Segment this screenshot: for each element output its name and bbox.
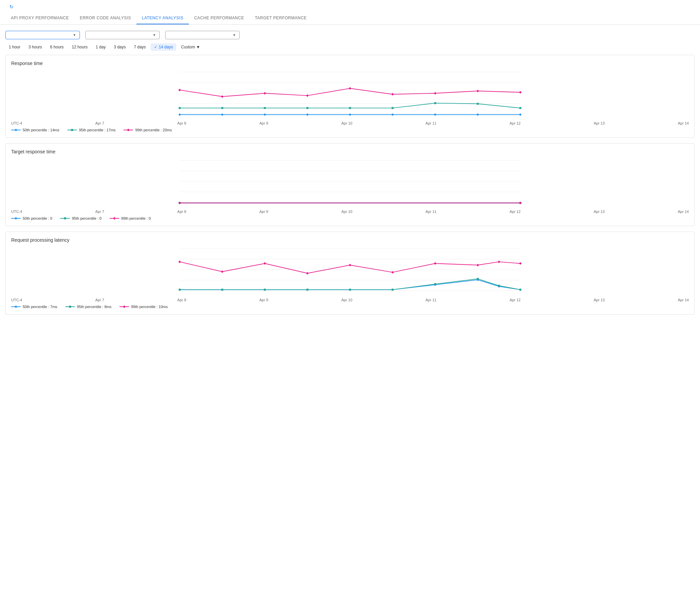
legend-label: 50th percentile : 7ms — [23, 305, 57, 309]
pink-legend-icon — [119, 305, 129, 309]
svg-point-8 — [306, 114, 308, 116]
legend-request-processing-latency: 50th percentile : 7ms95th percentile : 8… — [11, 302, 689, 309]
svg-rect-70 — [179, 289, 181, 291]
svg-rect-21 — [477, 103, 479, 105]
x-label: Apr 7 — [95, 210, 104, 214]
x-label: UTC-4 — [11, 121, 22, 125]
svg-marker-54 — [113, 217, 116, 220]
time-btn-14-days[interactable]: ✓ 14 days — [151, 43, 176, 51]
x-label: Apr 8 — [177, 210, 186, 214]
svg-marker-82 — [264, 262, 266, 265]
legend-item: 99th percentile : 10ms — [119, 305, 168, 309]
chart-svg-request-processing-latency — [11, 245, 689, 296]
svg-marker-86 — [434, 262, 437, 265]
custom-time-button[interactable]: Custom ▼ — [178, 43, 204, 51]
x-label: Apr 11 — [425, 121, 436, 125]
svg-marker-88 — [497, 261, 500, 263]
svg-point-6 — [221, 114, 223, 116]
blue-legend-icon — [11, 128, 21, 132]
svg-marker-26 — [306, 94, 309, 97]
chart-svg-response-time — [11, 69, 689, 119]
x-label: Apr 11 — [425, 210, 436, 214]
svg-rect-22 — [519, 107, 521, 109]
pink-legend-icon — [110, 216, 119, 221]
legend-response-time: 50th percentile : 14ms95th percentile : … — [11, 125, 689, 132]
tab-target[interactable]: TARGET PERFORMANCE — [249, 12, 312, 24]
time-btn-6-hours[interactable]: 6 hours — [47, 43, 67, 51]
x-label: Apr 8 — [177, 121, 186, 125]
svg-point-5 — [179, 114, 181, 116]
legend-item: 95th percentile : 8ms — [65, 305, 111, 309]
chart-svg-target-response-time — [11, 157, 689, 208]
svg-rect-16 — [264, 107, 266, 109]
tab-error-code[interactable]: ERROR CODE ANALYSIS — [74, 12, 136, 24]
x-label: Apr 12 — [510, 298, 521, 302]
environment-filter: ▼ — [5, 30, 80, 39]
tabs-container: API PROXY PERFORMANCEERROR CODE ANALYSIS… — [0, 12, 700, 25]
svg-point-9 — [349, 114, 351, 116]
svg-rect-15 — [221, 107, 223, 109]
legend-label: 50th percentile : 14ms — [23, 128, 59, 132]
legend-label: 95th percentile : 8ms — [77, 305, 111, 309]
time-btn-3-days[interactable]: 3 days — [110, 43, 129, 51]
x-label: Apr 9 — [259, 121, 268, 125]
svg-marker-29 — [434, 92, 437, 95]
time-btn-12-hours[interactable]: 12 hours — [69, 43, 91, 51]
tab-cache[interactable]: CACHE PERFORMANCE — [189, 12, 249, 24]
teal-legend-icon — [60, 216, 70, 221]
time-btn-3-hours[interactable]: 3 hours — [25, 43, 45, 51]
legend-label: 95th percentile : 17ms — [79, 128, 115, 132]
tab-latency[interactable]: LATENCY ANALYSIS — [136, 12, 189, 24]
svg-rect-20 — [434, 102, 436, 104]
tab-api-proxy[interactable]: API PROXY PERFORMANCE — [5, 12, 74, 24]
svg-marker-87 — [477, 264, 479, 266]
svg-rect-78 — [498, 285, 500, 287]
x-label: Apr 14 — [678, 298, 688, 302]
svg-rect-74 — [349, 289, 351, 291]
svg-marker-28 — [391, 93, 394, 96]
svg-rect-93 — [69, 306, 71, 308]
proxy-select[interactable]: ▼ — [85, 31, 160, 39]
legend-label: 95th percentile : 0 — [72, 216, 101, 221]
svg-point-10 — [392, 114, 394, 116]
svg-point-13 — [519, 114, 521, 116]
blue-legend-icon — [11, 305, 21, 309]
svg-marker-27 — [349, 87, 351, 90]
legend-item: 95th percentile : 0 — [60, 216, 101, 221]
x-label: Apr 10 — [342, 121, 352, 125]
x-label: Apr 7 — [95, 298, 104, 302]
svg-rect-71 — [221, 289, 223, 291]
environment-select[interactable]: ▼ — [5, 31, 80, 39]
chart-response-time: Response timeUTC-4Apr 7Apr 8Apr 9Apr 10A… — [5, 55, 695, 138]
legend-label: 50th percentile : 0 — [23, 216, 52, 221]
svg-point-91 — [15, 306, 17, 308]
svg-rect-35 — [71, 129, 73, 131]
chart-title-target-response-time: Target response time — [11, 149, 689, 154]
legend-item: 95th percentile : 17ms — [68, 128, 115, 132]
svg-marker-95 — [123, 305, 126, 308]
region-select[interactable]: ▼ — [165, 31, 240, 39]
x-axis-request-processing-latency: UTC-4Apr 7Apr 8Apr 9Apr 10Apr 11Apr 12Ap… — [11, 297, 689, 302]
refresh-button[interactable]: ↻ — [10, 4, 15, 10]
x-label: Apr 12 — [510, 121, 521, 125]
refresh-icon: ↻ — [10, 4, 14, 10]
svg-marker-80 — [178, 261, 181, 263]
x-label: Apr 13 — [594, 298, 605, 302]
teal-legend-icon — [68, 128, 77, 132]
proxy-filter: ▼ — [85, 30, 160, 39]
svg-marker-89 — [519, 262, 522, 265]
time-btn-1-hour[interactable]: 1 hour — [5, 43, 24, 51]
time-btn-1-day[interactable]: 1 day — [92, 43, 109, 51]
legend-item: 50th percentile : 7ms — [11, 305, 57, 309]
svg-rect-18 — [349, 107, 351, 109]
svg-rect-73 — [306, 289, 308, 291]
blue-legend-icon — [11, 216, 21, 221]
svg-marker-31 — [519, 91, 522, 94]
svg-point-12 — [477, 114, 479, 116]
time-btn-7-days[interactable]: 7 days — [131, 43, 149, 51]
pink-legend-icon — [124, 128, 133, 132]
charts-container: Response timeUTC-4Apr 7Apr 8Apr 9Apr 10A… — [0, 55, 700, 315]
svg-marker-25 — [264, 92, 266, 95]
x-label: Apr 14 — [678, 210, 688, 214]
svg-marker-81 — [221, 270, 224, 273]
